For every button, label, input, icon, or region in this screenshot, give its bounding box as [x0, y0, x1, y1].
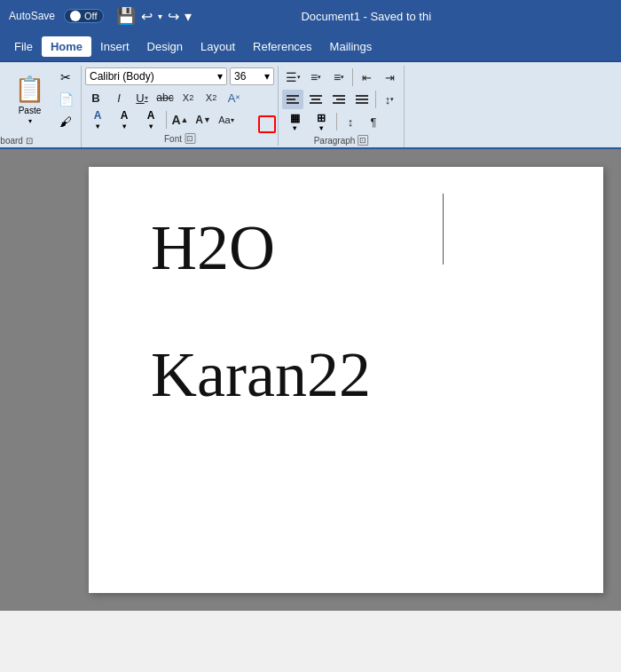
font-section: Calibri (Body) ▾ 36 ▾ B I U▾ abc X2 X2 A…	[82, 66, 279, 146]
align-center-icon	[310, 94, 322, 105]
autosave-label: AutoSave	[9, 10, 55, 22]
paste-button[interactable]: 📋 Paste ▾	[9, 67, 51, 131]
document-page[interactable]: H2O Karan22	[89, 167, 603, 593]
numbering-button[interactable]: ≡▾	[305, 67, 326, 87]
menu-insert[interactable]: Insert	[91, 36, 138, 57]
font-expand-icon[interactable]: ⊡	[185, 133, 195, 144]
paragraph-section-label: Paragraph ⊡	[314, 135, 369, 146]
underline-button[interactable]: U▾	[131, 88, 153, 107]
justify-button[interactable]	[351, 90, 373, 109]
paste-dropdown-arrow[interactable]: ▾	[28, 117, 32, 125]
customize-icon[interactable]: ▾	[185, 8, 192, 25]
svg-rect-1	[287, 99, 295, 100]
clear-formatting-button[interactable]: A✕	[224, 88, 245, 107]
menu-layout[interactable]: Layout	[192, 36, 244, 57]
font-name-dropdown[interactable]: Calibri (Body) ▾	[85, 67, 227, 85]
clipboard-right: ✂ 📄 🖌	[54, 67, 77, 131]
text-color-button[interactable]: A ▾	[138, 110, 163, 130]
font-name-row: Calibri (Body) ▾ 36 ▾	[85, 67, 274, 85]
borders-arrow[interactable]: ▾	[319, 124, 323, 132]
clipboard-label: Clipboard ⊡	[0, 136, 33, 146]
left-margin	[18, 167, 89, 593]
menu-home[interactable]: Home	[42, 36, 91, 57]
svg-rect-3	[310, 95, 322, 97]
show-formatting-button[interactable]: ¶	[363, 112, 384, 131]
shrink-font-button[interactable]: A▼	[193, 110, 214, 130]
multilevel-button[interactable]: ≡▾	[328, 67, 350, 87]
change-case-button[interactable]: Aa▾	[216, 110, 237, 130]
menu-mailings[interactable]: Mailings	[321, 36, 381, 57]
align-right-icon	[333, 94, 345, 105]
bold-button[interactable]: B	[85, 88, 106, 107]
svg-rect-7	[336, 99, 345, 100]
align-left-button[interactable]	[282, 90, 303, 109]
clipboard-expand-icon[interactable]: ⊡	[26, 136, 33, 146]
font-size-dropdown[interactable]: 36 ▾	[230, 67, 274, 85]
title-bar: AutoSave Off 💾 ↩ ▾ ↪ ▾ Document1 - Saved…	[0, 0, 621, 32]
svg-rect-0	[287, 95, 299, 97]
increase-indent-button[interactable]: ⇥	[379, 67, 400, 87]
align-left-icon	[287, 94, 299, 105]
divider	[166, 111, 167, 129]
sort-button[interactable]: ↕	[340, 112, 361, 131]
superscript-button[interactable]: X2	[200, 88, 222, 107]
text-color-arrow[interactable]: ▾	[149, 123, 153, 130]
svg-rect-6	[333, 95, 345, 97]
ribbon: 📋 Paste ▾ ✂ 📄 🖌 Clipboard ⊡ Calibri (Bod…	[0, 62, 621, 149]
svg-rect-5	[310, 102, 322, 104]
decrease-indent-button[interactable]: ⇤	[356, 67, 377, 87]
font-section-label: Font ⊡	[164, 133, 195, 144]
title-bar-left: AutoSave Off 💾 ↩ ▾ ↪ ▾	[9, 6, 192, 26]
text-color-label: A	[147, 109, 155, 122]
align-right-button[interactable]	[328, 90, 350, 109]
line-spacing-button[interactable]: ↕▾	[379, 90, 400, 109]
grow-font-button[interactable]: A▲	[169, 110, 191, 130]
underline-dropdown[interactable]: ▾	[145, 94, 148, 102]
undo-arrow[interactable]: ▾	[158, 12, 162, 21]
toggle-dot	[70, 11, 81, 21]
subscript-button[interactable]: X2	[177, 88, 199, 107]
borders-icon: ⊞	[317, 112, 326, 124]
format-painter-button[interactable]: 🖌	[54, 112, 77, 131]
menu-design[interactable]: Design	[138, 36, 192, 57]
document-area: H2O Karan22	[0, 149, 621, 611]
divider4	[336, 113, 337, 130]
divider3	[375, 91, 376, 108]
cut-button[interactable]: ✂	[54, 67, 77, 87]
shading-button[interactable]: ▦ ▾	[282, 112, 307, 131]
svg-rect-9	[356, 95, 368, 97]
align-center-button[interactable]	[305, 90, 326, 109]
font-color-button[interactable]: A ▾	[85, 110, 110, 130]
borders-button[interactable]: ⊞ ▾	[309, 112, 334, 131]
clipboard-section: 📋 Paste ▾ ✂ 📄 🖌 Clipboard ⊡	[5, 66, 82, 147]
save-icon[interactable]: 💾	[116, 6, 136, 26]
toggle-state: Off	[84, 11, 97, 21]
font-name-value: Calibri (Body)	[90, 70, 154, 83]
paragraph-expand-icon[interactable]: ⊡	[358, 135, 368, 146]
copy-button[interactable]: 📄	[54, 90, 77, 109]
bullets-button[interactable]: ☰▾	[282, 67, 303, 87]
document-title: Document1 - Saved to thi	[301, 10, 431, 23]
italic-button[interactable]: I	[108, 88, 130, 107]
paragraph-row1: ☰▾ ≡▾ ≡▾ ⇤ ⇥	[282, 67, 400, 87]
menu-references[interactable]: References	[244, 36, 320, 57]
font-dropdown-arrow: ▾	[217, 70, 223, 83]
shading-arrow[interactable]: ▾	[293, 124, 296, 132]
menu-file[interactable]: File	[5, 36, 42, 57]
svg-rect-10	[356, 99, 368, 100]
highlight-color-button[interactable]: A ▾	[112, 110, 137, 130]
svg-rect-11	[356, 102, 368, 104]
undo-icon[interactable]: ↩	[141, 8, 153, 25]
svg-rect-2	[287, 102, 299, 104]
autosave-toggle[interactable]: Off	[64, 9, 103, 23]
text-cursor	[443, 194, 444, 265]
highlight-label: A	[121, 109, 129, 122]
paragraph-row3: ▦ ▾ ⊞ ▾ ↕ ¶	[282, 112, 400, 131]
paragraph-section: ☰▾ ≡▾ ≡▾ ⇤ ⇥	[279, 66, 405, 147]
highlight-arrow[interactable]: ▾	[122, 123, 126, 130]
redo-icon[interactable]: ↪	[168, 8, 179, 25]
font-color-arrow[interactable]: ▾	[96, 123, 99, 130]
strikethrough-button[interactable]: abc	[154, 88, 176, 107]
divider2	[352, 68, 353, 86]
menu-bar: File Home Insert Design Layout Reference…	[0, 32, 621, 62]
